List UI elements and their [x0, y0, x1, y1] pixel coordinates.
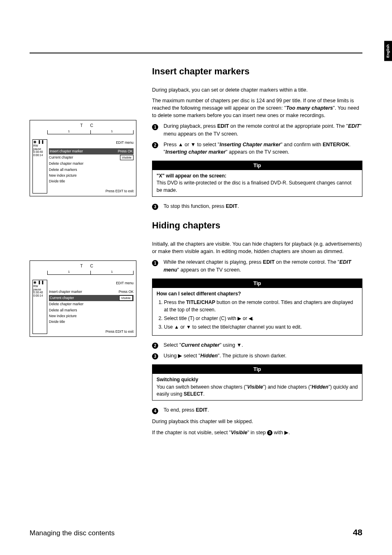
step-badge-3: 3: [152, 204, 158, 210]
section1-heading: Insert chapter markers: [152, 65, 362, 78]
footer-page-number: 48: [353, 526, 362, 539]
section1-intro2: The maximum number of chapters per disc …: [152, 97, 362, 119]
s2-step2: 2 Select "Current chapter" using ▼.: [152, 341, 362, 349]
s1-step1: 1 During playback, press EDIT on the rem…: [152, 122, 362, 137]
osd-panel-1: TC 1 1 ◉ ❚❚ RW pause 0:30:40 0:00:14 EDI…: [30, 120, 136, 196]
osd-status-box: ◉ ❚❚ RW pause 0:30:40 0:00:14: [32, 139, 47, 193]
s2-tipbox1: Tip How can I select different chapters?…: [152, 279, 362, 336]
main-column: Insert chapter markers During playback, …: [152, 52, 362, 436]
language-tab: English: [384, 41, 392, 61]
osd-menu-list: Insert chapter markerPress OK Current ch…: [49, 148, 134, 184]
s2-step1: 1 While the relevant chapter is playing,…: [152, 258, 362, 273]
osd-tc-header: TC: [32, 123, 134, 129]
page-footer: Managing the disc contents 48: [30, 526, 362, 539]
s2-tipbox2: Tip Switching quickly You can switch bet…: [152, 364, 362, 401]
osd-menu-title: EDIT menu: [49, 140, 134, 145]
section2-heading: Hiding chapters: [152, 219, 362, 232]
section2-outro2: If the chapter is not visible, select "V…: [152, 429, 362, 436]
section2-outro1: During playback this chapter will be ski…: [152, 418, 362, 425]
section2-intro: Initially, all the chapters are visible.…: [152, 240, 362, 255]
s1-tipbox: Tip "X" will appear on the screen: This …: [152, 161, 362, 197]
s1-step3: 3 To stop this function, press EDIT.: [152, 203, 362, 210]
s1-step2: 2 Press ▲ or ▼ to select "Inserting Chap…: [152, 141, 362, 156]
section1-intro1: During playback, you can set or delete c…: [152, 86, 362, 94]
step-badge-1: 1: [152, 124, 158, 130]
osd-panel-2: TC 1 1 ◉ ❚❚ RW pause 0:30:40 0:00:14 EDI…: [30, 260, 136, 337]
footer-title: Managing the disc contents: [30, 528, 115, 539]
s2-step4: 4 To end, press EDIT.: [152, 406, 362, 414]
s2-step3: 3 Using ▶ select "Hidden". The picture i…: [152, 352, 362, 359]
step-badge-2: 2: [152, 142, 158, 148]
